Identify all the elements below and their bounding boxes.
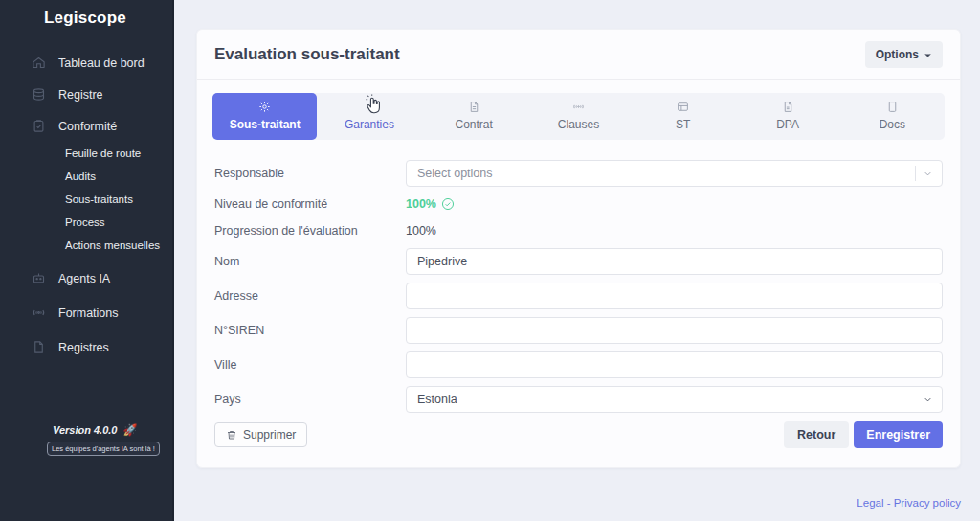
nom-input[interactable] [406,248,943,275]
form-row-responsable: Responsable Select options [214,160,943,187]
evaluation-card: Evaluation sous-traitant Options Sous-tr… [196,29,961,468]
sidebar-item-label: Agents IA [58,272,110,285]
save-button[interactable]: Enregistrer [854,421,943,448]
tab-label: Docs [880,118,905,131]
app-window: Legiscope Tableau de bord Registre Confo… [0,0,980,521]
tab-label: ST [676,118,690,131]
back-button[interactable]: Retour [784,421,849,448]
responsable-label: Responsable [214,167,406,180]
signal-icon [572,101,585,113]
robot-icon [32,271,46,285]
trash-icon [226,429,237,441]
tab-sous-traitant[interactable]: Sous-traitant [212,93,317,140]
tab-contrat[interactable]: Contrat [422,93,526,140]
sidebar-item-conformite[interactable]: Conformité [0,110,172,142]
table-icon [677,101,689,113]
card-footer: Supprimer Retour Enregistrer [214,421,943,448]
siren-label: N°SIREN [214,324,406,337]
options-button[interactable]: Options [865,41,943,68]
form-row-progression: Progression de l'évaluation 100% [214,221,943,240]
chevron-down-icon [923,169,933,179]
responsable-placeholder: Select options [417,167,493,180]
form-row-siren: N°SIREN [214,317,943,344]
sidebar-item-formations[interactable]: Formations [0,297,172,328]
home-icon [32,56,46,70]
responsable-select[interactable]: Select options [406,160,943,187]
file-text-icon [782,101,794,113]
tab-clauses[interactable]: Clauses [526,93,631,140]
progression-value: 100% [406,224,436,238]
sidebar-item-tableau-de-bord[interactable]: Tableau de bord [0,47,172,79]
gear-icon [258,101,271,113]
sidebar-item-label: Registre [58,88,103,102]
sidebar: Legiscope Tableau de bord Registre Confo… [0,0,174,521]
tab-label: Contrat [456,118,493,131]
tab-bar: Sous-traitant Garanties Contrat Clauses … [212,93,945,140]
evaluation-form: Responsable Select options Niveau de con… [197,140,960,413]
sidebar-item-label: Conformité [58,120,117,133]
pays-select[interactable]: Estonia [406,386,943,413]
sidebar-item-label: Tableau de bord [58,57,145,70]
pays-label: Pays [214,393,406,406]
sidebar-item-label: Registres [58,341,109,354]
page-title: Evaluation sous-traitant [214,45,400,64]
sidebar-nav: Tableau de bord Registre Conformité Feui… [0,47,172,363]
card-header: Evaluation sous-traitant Options [197,30,960,80]
file-blank-icon [886,101,899,113]
ville-input[interactable] [406,351,943,378]
nom-label: Nom [214,255,406,268]
siren-input[interactable] [406,317,943,344]
form-row-adresse: Adresse [214,283,943,309]
legal-privacy-link[interactable]: Legal - Privacy policy [857,497,961,509]
tab-label: Garanties [345,118,394,131]
progression-label: Progression de l'évaluation [214,224,406,238]
version-label: Version 4.0.0🚀 [53,423,137,437]
adresse-input[interactable] [406,283,943,309]
pays-value: Estonia [417,393,457,406]
rocket-icon: 🚀 [122,423,137,437]
sidebar-subitem-process[interactable]: Process [0,211,172,234]
sidebar-item-registres[interactable]: Registres [0,331,172,363]
delete-button[interactable]: Supprimer [214,422,307,447]
tab-st[interactable]: ST [631,93,735,140]
check-circle-icon [441,197,455,211]
sidebar-subitem-sous-traitants[interactable]: Sous-traitants [0,188,172,211]
sidebar-subitem-feuille-de-route[interactable]: Feuille de route [0,142,172,165]
tab-dpa[interactable]: DPA [735,93,839,140]
niveau-label: Niveau de conformité [214,197,406,211]
chevron-down-icon [923,395,933,405]
adresse-label: Adresse [214,289,406,303]
chevron-down-icon [924,51,932,59]
form-row-pays: Pays Estonia [214,386,943,413]
agents-badge: Les équipes d'agents IA sont là ! [47,442,160,456]
form-row-nom: Nom [214,248,943,275]
sidebar-item-label: Formations [58,306,119,320]
broadcast-icon [32,306,46,320]
ville-label: Ville [214,358,406,372]
tab-label: DPA [776,118,799,131]
form-row-niveau: Niveau de conformité 100% [214,194,943,214]
legal-links[interactable]: Legal - Privacy policy [857,497,961,509]
sidebar-subitem-audits[interactable]: Audits [0,165,172,188]
tab-garanties[interactable]: Garanties [317,93,421,140]
select-divider [915,166,916,181]
file-icon [32,340,46,354]
tab-docs[interactable]: Docs [840,93,945,140]
app-logo: Legiscope [0,0,172,28]
tab-label: Sous-traitant [230,118,301,131]
tab-label: Clauses [558,118,599,131]
file-text-icon [468,101,480,113]
clipboard-icon [32,119,46,133]
form-row-ville: Ville [214,351,943,378]
main-content: Evaluation sous-traitant Options Sous-tr… [174,0,980,521]
sidebar-item-agents-ia[interactable]: Agents IA [0,262,172,294]
database-icon [32,87,46,102]
niveau-value: 100% [406,197,455,211]
sidebar-subitem-actions-mensuelles[interactable]: Actions mensuelles [0,234,172,257]
sidebar-item-registre[interactable]: Registre [0,79,172,110]
